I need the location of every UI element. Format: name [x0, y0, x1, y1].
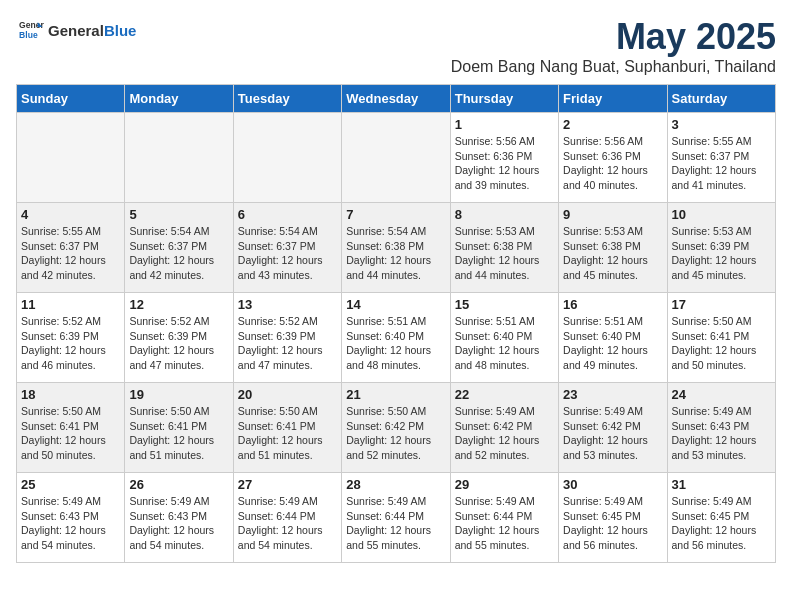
calendar-cell: 29Sunrise: 5:49 AM Sunset: 6:44 PM Dayli… [450, 473, 558, 563]
day-number: 20 [238, 387, 337, 402]
cell-info: Sunrise: 5:50 AM Sunset: 6:41 PM Dayligh… [21, 404, 120, 463]
cell-info: Sunrise: 5:49 AM Sunset: 6:45 PM Dayligh… [563, 494, 662, 553]
day-number: 12 [129, 297, 228, 312]
day-number: 13 [238, 297, 337, 312]
day-number: 30 [563, 477, 662, 492]
cell-info: Sunrise: 5:54 AM Sunset: 6:38 PM Dayligh… [346, 224, 445, 283]
cell-info: Sunrise: 5:52 AM Sunset: 6:39 PM Dayligh… [129, 314, 228, 373]
logo-icon: General Blue [16, 16, 44, 44]
weekday-header-wednesday: Wednesday [342, 85, 450, 113]
svg-text:Blue: Blue [19, 30, 38, 40]
day-number: 24 [672, 387, 771, 402]
calendar-week-row: 4Sunrise: 5:55 AM Sunset: 6:37 PM Daylig… [17, 203, 776, 293]
cell-info: Sunrise: 5:55 AM Sunset: 6:37 PM Dayligh… [21, 224, 120, 283]
logo-blue-text: Blue [104, 22, 137, 39]
day-number: 6 [238, 207, 337, 222]
calendar-table: SundayMondayTuesdayWednesdayThursdayFrid… [16, 84, 776, 563]
calendar-cell: 7Sunrise: 5:54 AM Sunset: 6:38 PM Daylig… [342, 203, 450, 293]
day-number: 22 [455, 387, 554, 402]
weekday-header-monday: Monday [125, 85, 233, 113]
cell-info: Sunrise: 5:53 AM Sunset: 6:39 PM Dayligh… [672, 224, 771, 283]
calendar-cell: 20Sunrise: 5:50 AM Sunset: 6:41 PM Dayli… [233, 383, 341, 473]
logo: General Blue General Blue [16, 16, 136, 44]
cell-info: Sunrise: 5:49 AM Sunset: 6:44 PM Dayligh… [346, 494, 445, 553]
cell-info: Sunrise: 5:54 AM Sunset: 6:37 PM Dayligh… [238, 224, 337, 283]
day-number: 3 [672, 117, 771, 132]
calendar-cell: 21Sunrise: 5:50 AM Sunset: 6:42 PM Dayli… [342, 383, 450, 473]
day-number: 15 [455, 297, 554, 312]
calendar-cell [125, 113, 233, 203]
day-number: 7 [346, 207, 445, 222]
cell-info: Sunrise: 5:51 AM Sunset: 6:40 PM Dayligh… [563, 314, 662, 373]
calendar-week-row: 25Sunrise: 5:49 AM Sunset: 6:43 PM Dayli… [17, 473, 776, 563]
calendar-cell: 23Sunrise: 5:49 AM Sunset: 6:42 PM Dayli… [559, 383, 667, 473]
page-header: General Blue General Blue May 2025 Doem … [16, 16, 776, 76]
cell-info: Sunrise: 5:56 AM Sunset: 6:36 PM Dayligh… [563, 134, 662, 193]
cell-info: Sunrise: 5:49 AM Sunset: 6:43 PM Dayligh… [672, 404, 771, 463]
day-number: 9 [563, 207, 662, 222]
cell-info: Sunrise: 5:51 AM Sunset: 6:40 PM Dayligh… [346, 314, 445, 373]
calendar-cell: 11Sunrise: 5:52 AM Sunset: 6:39 PM Dayli… [17, 293, 125, 383]
calendar-cell: 28Sunrise: 5:49 AM Sunset: 6:44 PM Dayli… [342, 473, 450, 563]
calendar-cell: 18Sunrise: 5:50 AM Sunset: 6:41 PM Dayli… [17, 383, 125, 473]
calendar-cell: 3Sunrise: 5:55 AM Sunset: 6:37 PM Daylig… [667, 113, 775, 203]
day-number: 2 [563, 117, 662, 132]
calendar-cell: 2Sunrise: 5:56 AM Sunset: 6:36 PM Daylig… [559, 113, 667, 203]
calendar-cell: 5Sunrise: 5:54 AM Sunset: 6:37 PM Daylig… [125, 203, 233, 293]
location-title: Doem Bang Nang Buat, Suphanburi, Thailan… [451, 58, 776, 76]
day-number: 26 [129, 477, 228, 492]
calendar-cell: 26Sunrise: 5:49 AM Sunset: 6:43 PM Dayli… [125, 473, 233, 563]
cell-info: Sunrise: 5:50 AM Sunset: 6:41 PM Dayligh… [129, 404, 228, 463]
day-number: 4 [21, 207, 120, 222]
calendar-cell: 14Sunrise: 5:51 AM Sunset: 6:40 PM Dayli… [342, 293, 450, 383]
calendar-cell: 31Sunrise: 5:49 AM Sunset: 6:45 PM Dayli… [667, 473, 775, 563]
weekday-header-sunday: Sunday [17, 85, 125, 113]
day-number: 18 [21, 387, 120, 402]
weekday-header-thursday: Thursday [450, 85, 558, 113]
calendar-cell: 9Sunrise: 5:53 AM Sunset: 6:38 PM Daylig… [559, 203, 667, 293]
cell-info: Sunrise: 5:49 AM Sunset: 6:42 PM Dayligh… [563, 404, 662, 463]
calendar-cell [17, 113, 125, 203]
calendar-cell: 25Sunrise: 5:49 AM Sunset: 6:43 PM Dayli… [17, 473, 125, 563]
calendar-cell: 17Sunrise: 5:50 AM Sunset: 6:41 PM Dayli… [667, 293, 775, 383]
day-number: 29 [455, 477, 554, 492]
weekday-header-friday: Friday [559, 85, 667, 113]
calendar-cell: 19Sunrise: 5:50 AM Sunset: 6:41 PM Dayli… [125, 383, 233, 473]
day-number: 5 [129, 207, 228, 222]
cell-info: Sunrise: 5:52 AM Sunset: 6:39 PM Dayligh… [21, 314, 120, 373]
calendar-cell: 30Sunrise: 5:49 AM Sunset: 6:45 PM Dayli… [559, 473, 667, 563]
day-number: 27 [238, 477, 337, 492]
cell-info: Sunrise: 5:53 AM Sunset: 6:38 PM Dayligh… [563, 224, 662, 283]
calendar-cell: 15Sunrise: 5:51 AM Sunset: 6:40 PM Dayli… [450, 293, 558, 383]
calendar-cell: 24Sunrise: 5:49 AM Sunset: 6:43 PM Dayli… [667, 383, 775, 473]
cell-info: Sunrise: 5:49 AM Sunset: 6:44 PM Dayligh… [455, 494, 554, 553]
cell-info: Sunrise: 5:54 AM Sunset: 6:37 PM Dayligh… [129, 224, 228, 283]
day-number: 19 [129, 387, 228, 402]
day-number: 16 [563, 297, 662, 312]
cell-info: Sunrise: 5:49 AM Sunset: 6:44 PM Dayligh… [238, 494, 337, 553]
cell-info: Sunrise: 5:50 AM Sunset: 6:42 PM Dayligh… [346, 404, 445, 463]
logo-general-text: General [48, 22, 104, 39]
cell-info: Sunrise: 5:49 AM Sunset: 6:45 PM Dayligh… [672, 494, 771, 553]
cell-info: Sunrise: 5:49 AM Sunset: 6:43 PM Dayligh… [21, 494, 120, 553]
weekday-header-tuesday: Tuesday [233, 85, 341, 113]
cell-info: Sunrise: 5:55 AM Sunset: 6:37 PM Dayligh… [672, 134, 771, 193]
day-number: 17 [672, 297, 771, 312]
day-number: 14 [346, 297, 445, 312]
day-number: 10 [672, 207, 771, 222]
cell-info: Sunrise: 5:50 AM Sunset: 6:41 PM Dayligh… [238, 404, 337, 463]
cell-info: Sunrise: 5:53 AM Sunset: 6:38 PM Dayligh… [455, 224, 554, 283]
calendar-cell: 16Sunrise: 5:51 AM Sunset: 6:40 PM Dayli… [559, 293, 667, 383]
calendar-cell: 27Sunrise: 5:49 AM Sunset: 6:44 PM Dayli… [233, 473, 341, 563]
calendar-cell [233, 113, 341, 203]
cell-info: Sunrise: 5:56 AM Sunset: 6:36 PM Dayligh… [455, 134, 554, 193]
cell-info: Sunrise: 5:50 AM Sunset: 6:41 PM Dayligh… [672, 314, 771, 373]
day-number: 28 [346, 477, 445, 492]
cell-info: Sunrise: 5:52 AM Sunset: 6:39 PM Dayligh… [238, 314, 337, 373]
calendar-cell: 8Sunrise: 5:53 AM Sunset: 6:38 PM Daylig… [450, 203, 558, 293]
calendar-cell: 22Sunrise: 5:49 AM Sunset: 6:42 PM Dayli… [450, 383, 558, 473]
calendar-week-row: 11Sunrise: 5:52 AM Sunset: 6:39 PM Dayli… [17, 293, 776, 383]
day-number: 1 [455, 117, 554, 132]
calendar-cell: 10Sunrise: 5:53 AM Sunset: 6:39 PM Dayli… [667, 203, 775, 293]
calendar-week-row: 18Sunrise: 5:50 AM Sunset: 6:41 PM Dayli… [17, 383, 776, 473]
